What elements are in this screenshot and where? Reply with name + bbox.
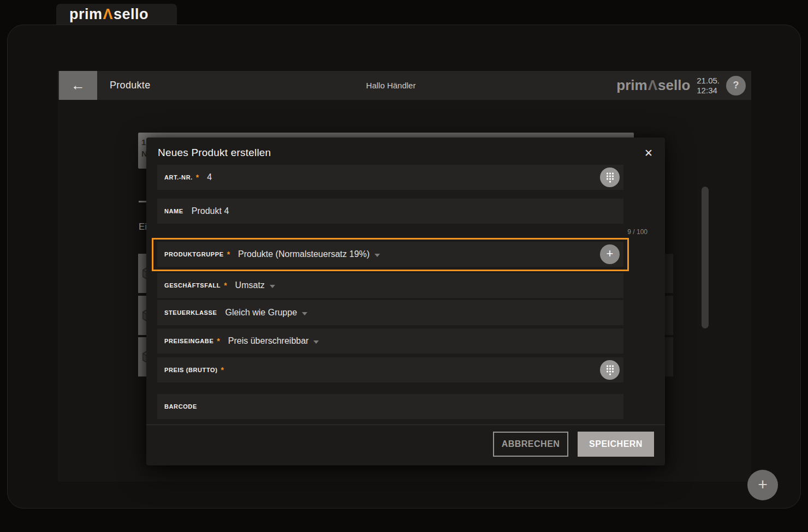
save-button[interactable]: SPEICHERN: [578, 432, 654, 457]
field-label: NAME: [164, 208, 183, 214]
header-brand-logo: primΛsello: [616, 77, 690, 94]
cancel-button[interactable]: ABBRECHEN: [493, 432, 568, 457]
app-screen: Hallo Händler ← Produkte primΛsello 21.0…: [58, 71, 751, 482]
field-row-geschaeftsfall[interactable]: GESCHÄFTSFALL * Umsatz: [157, 273, 623, 298]
field-value: Produkt 4: [192, 206, 229, 216]
create-product-modal: Neues Produkt erstellen ✕ ART.-NR. * 4 N…: [146, 138, 665, 465]
date-text: 21.05.: [697, 76, 720, 85]
background-text-snippet: Ei: [139, 222, 147, 232]
field-row-preiseingabe[interactable]: PREISEINGABE * Preis überschreibbar: [157, 328, 623, 354]
required-marker: *: [221, 366, 223, 374]
help-button[interactable]: ?: [726, 76, 746, 95]
field-row-barcode[interactable]: BARCODE: [157, 394, 623, 419]
char-counter: 9 / 100: [627, 228, 647, 236]
modal-title: Neues Produkt erstellen: [158, 147, 271, 159]
field-row-artnr[interactable]: ART.-NR. * 4: [157, 165, 623, 190]
field-row-preis-brutto[interactable]: PREIS (BRUTTO) *: [157, 357, 623, 382]
footer-divider: [146, 425, 665, 425]
brand-tab: primΛsello: [56, 4, 177, 25]
app-window: Hallo Händler ← Produkte primΛsello 21.0…: [7, 25, 801, 509]
plus-icon: +: [758, 475, 768, 494]
keypad-button[interactable]: [600, 360, 620, 380]
close-icon[interactable]: ✕: [642, 145, 655, 162]
keypad-icon: [605, 364, 615, 376]
page-title: Produkte: [110, 71, 150, 100]
time-text: 12:34: [697, 86, 717, 95]
field-label: PREIS (BRUTTO): [164, 367, 217, 373]
highlight-border: [152, 238, 629, 271]
chevron-down-icon: [270, 285, 275, 288]
field-value: 4: [207, 172, 212, 182]
back-arrow-icon: ←: [71, 77, 85, 94]
back-button[interactable]: ←: [59, 71, 97, 100]
header-bar: Hallo Händler ← Produkte primΛsello 21.0…: [58, 71, 751, 100]
question-icon: ?: [733, 80, 739, 91]
keypad-icon: [605, 172, 615, 183]
required-marker: *: [217, 337, 219, 345]
field-row-steuerklasse[interactable]: STEUERKLASSE Gleich wie Gruppe: [157, 300, 623, 325]
chevron-down-icon: [302, 312, 307, 315]
header-right-group: primΛsello 21.05.12:34 ?: [616, 71, 746, 100]
field-row-name[interactable]: NAME Produkt 4: [157, 199, 623, 224]
brand-logo-accent: Λ: [103, 6, 114, 22]
required-marker: *: [224, 281, 227, 290]
modal-scrollbar[interactable]: [702, 187, 709, 328]
field-label: ART.-NR.: [164, 174, 193, 181]
field-label: GESCHÄFTSFALL: [164, 282, 221, 289]
datetime-display: 21.05.12:34: [697, 76, 720, 95]
brand-logo: primΛsello: [69, 6, 148, 23]
header-brand-logo-accent: Λ: [647, 77, 658, 93]
required-marker: *: [196, 173, 199, 182]
field-label: STEUERKLASSE: [164, 309, 217, 316]
keypad-button[interactable]: [600, 168, 620, 187]
field-value: Preis überschreibbar: [228, 336, 309, 346]
chevron-down-icon: [313, 340, 319, 344]
field-label: PREISEINGABE: [164, 338, 213, 344]
add-product-fab[interactable]: +: [747, 470, 778, 500]
field-label: BARCODE: [164, 403, 197, 410]
field-value: Gleich wie Gruppe: [225, 308, 297, 318]
field-value: Umsatz: [235, 280, 265, 290]
